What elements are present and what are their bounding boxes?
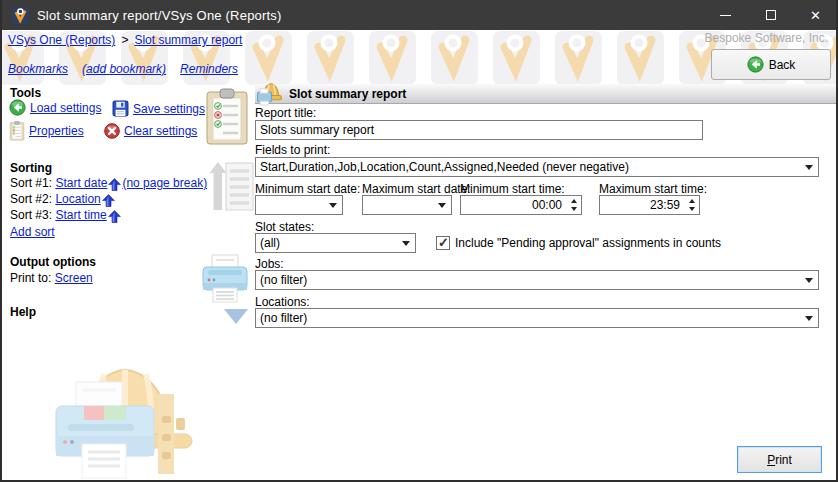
hardhat-printer-watermark: [48, 346, 200, 480]
sort3-field-link[interactable]: Start time: [55, 208, 106, 222]
locations-value: (no filter): [256, 311, 307, 325]
close-button[interactable]: ✕: [793, 0, 838, 30]
slot-states-label: Slot states:: [255, 220, 314, 234]
report-panel-title: Slot summary report: [289, 87, 406, 101]
min-start-time-label: Minimum start time:: [460, 182, 565, 196]
max-start-date-label: Maximum start date:: [362, 182, 471, 196]
add-sort-link[interactable]: Add sort: [10, 225, 55, 239]
reminders-link[interactable]: Reminders: [180, 62, 238, 76]
fields-to-print-value: Start,Duration,Job,Location,Count,Assign…: [256, 160, 629, 174]
breadcrumb-home-link[interactable]: VSys One (Reports): [8, 33, 115, 47]
clear-settings-link[interactable]: Clear settings: [124, 124, 197, 138]
chevron-down-icon: [805, 278, 813, 283]
min-start-date-dropdown[interactable]: [255, 195, 343, 215]
app-logo-icon: [12, 7, 29, 24]
add-bookmark-link[interactable]: (add bookmark): [82, 62, 166, 76]
spinner-arrows-icon[interactable]: [566, 196, 581, 214]
fields-to-print-dropdown[interactable]: Start,Duration,Job,Location,Count,Assign…: [255, 157, 819, 177]
brand-text: Bespoke Software, Inc.: [705, 31, 828, 45]
max-start-date-dropdown[interactable]: [362, 195, 452, 215]
report-title-field-frame: [255, 120, 703, 140]
sort3-label: Sort #3:: [10, 208, 52, 222]
help-icon[interactable]: [224, 309, 248, 324]
load-settings-link[interactable]: Load settings: [30, 101, 101, 115]
sort2-label: Sort #2:: [10, 192, 52, 206]
sort1-ascending-icon[interactable]: [108, 178, 121, 191]
breadcrumb: VSys One (Reports) > Slot summary report: [8, 33, 242, 47]
pending-approval-label: Include "Pending approval" assignments i…: [455, 236, 721, 250]
breadcrumb-separator: >: [121, 33, 128, 47]
help-section-title: Help: [10, 305, 36, 319]
print-button-label: rint: [775, 453, 792, 467]
back-button-label: Back: [769, 58, 796, 72]
min-start-time-value: 00:00: [532, 198, 566, 212]
sort2-field-link[interactable]: Location: [55, 192, 100, 206]
slot-states-value: (all): [256, 236, 280, 250]
sort1-page-break-link[interactable]: (no page break): [122, 176, 207, 190]
spinner-arrows-icon[interactable]: [684, 196, 699, 214]
breadcrumb-current-link[interactable]: Slot summary report: [134, 33, 242, 47]
clear-settings-icon: [104, 123, 120, 139]
tools-section-title: Tools: [10, 86, 41, 100]
chevron-down-icon: [438, 203, 446, 208]
min-start-time-spinner[interactable]: 00:00: [460, 195, 582, 215]
sort2-ascending-icon[interactable]: [102, 194, 115, 207]
print-button[interactable]: Print: [737, 446, 822, 473]
maximize-button[interactable]: [748, 0, 793, 30]
max-start-time-spinner[interactable]: 23:59: [599, 195, 700, 215]
load-settings-icon: [9, 99, 26, 116]
back-icon: [747, 56, 764, 73]
report-title-input[interactable]: [256, 121, 702, 139]
save-settings-link[interactable]: Save settings: [133, 102, 205, 116]
tools-clipboard-icon: [205, 88, 249, 146]
chevron-down-icon: [329, 203, 337, 208]
minimize-icon: [720, 15, 731, 16]
min-start-date-label: Minimum start date:: [255, 182, 360, 196]
sort1-label: Sort #1:: [10, 176, 52, 190]
title-bar: Slot summary report/VSys One (Reports) ✕: [0, 0, 838, 30]
sort3-ascending-icon[interactable]: [108, 210, 121, 223]
chevron-down-icon: [805, 316, 813, 321]
fields-to-print-label: Fields to print:: [255, 143, 330, 157]
properties-icon: [9, 121, 25, 141]
chevron-down-icon: [805, 165, 813, 170]
print-to-screen-link[interactable]: Screen: [55, 271, 93, 285]
slot-states-dropdown[interactable]: (all): [255, 233, 416, 253]
max-start-time-label: Maximum start time:: [599, 182, 707, 196]
print-button-accesskey: P: [767, 453, 775, 467]
sorting-paper-icon: [209, 161, 255, 213]
report-icon: [256, 80, 284, 106]
report-title-label: Report title:: [255, 106, 316, 120]
window-title: Slot summary report/VSys One (Reports): [37, 8, 282, 23]
quick-links: Bookmarks (add bookmark) Reminders: [8, 62, 238, 76]
max-start-time-value: 23:59: [650, 198, 684, 212]
jobs-label: Jobs:: [255, 257, 284, 271]
sort1-field-link[interactable]: Start date: [55, 176, 107, 190]
bookmarks-link[interactable]: Bookmarks: [8, 62, 68, 76]
print-to-label: Print to:: [10, 271, 51, 285]
locations-label: Locations:: [255, 295, 310, 309]
jobs-dropdown[interactable]: (no filter): [255, 270, 819, 290]
jobs-value: (no filter): [256, 273, 307, 287]
save-settings-icon: [112, 100, 129, 117]
chevron-down-icon: [402, 241, 410, 246]
app-window: Slot summary report/VSys One (Reports) ✕…: [0, 0, 838, 482]
output-section-title: Output options: [10, 255, 96, 269]
sorting-section-title: Sorting: [10, 161, 52, 175]
output-printer-icon: [198, 250, 252, 304]
properties-link[interactable]: Properties: [29, 124, 84, 138]
pending-approval-checkbox[interactable]: [436, 236, 450, 250]
locations-dropdown[interactable]: (no filter): [255, 308, 819, 328]
minimize-button[interactable]: [703, 0, 748, 30]
back-button[interactable]: Back: [711, 49, 831, 80]
close-icon: ✕: [810, 9, 821, 22]
maximize-icon: [766, 10, 776, 20]
